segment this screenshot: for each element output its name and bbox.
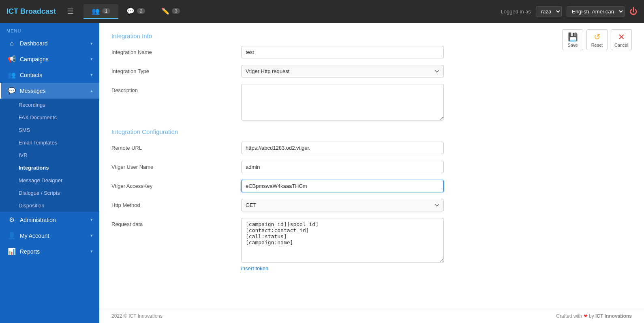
http-method-row: Http Method GET POST PUT DELETE [111, 199, 632, 211]
fax-label: FAX Documents [19, 114, 57, 121]
sidebar-item-fax-documents[interactable]: FAX Documents [0, 111, 99, 124]
remote-url-label: Remote URL [111, 142, 233, 151]
description-label: Description [111, 84, 233, 93]
footer: 2022 © ICT Innovations Crafted with ❤ by… [99, 309, 644, 323]
vtiger-accesskey-row: Vtiger AccessKey [111, 180, 632, 192]
reports-icon: 📊 [8, 248, 16, 255]
tab2-icon: 💬 [126, 7, 135, 15]
tab2-badge: 2 [137, 8, 145, 14]
menu-toggle-icon[interactable]: ☰ [67, 7, 74, 16]
vtiger-accesskey-label: Vtiger AccessKey [111, 180, 233, 189]
sidebar-item-dialogue-scripts[interactable]: Dialogue / Scripts [0, 187, 99, 199]
section-integration-info: Integration Info [111, 32, 632, 39]
campaigns-icon: 📢 [8, 55, 16, 63]
language-select[interactable]: English, American [567, 6, 625, 17]
contacts-icon: 👥 [8, 71, 16, 79]
section-integration-config: Integration Configuration [111, 128, 632, 135]
sidebar-item-my-account[interactable]: 👤 My Account ▾ [0, 228, 99, 243]
http-method-label: Http Method [111, 199, 233, 208]
dialogue-scripts-label: Dialogue / Scripts [19, 190, 60, 196]
remote-url-input[interactable] [241, 142, 444, 154]
disposition-label: Disposition [19, 202, 45, 209]
administration-icon: ⚙ [8, 216, 16, 224]
sidebar-item-campaigns[interactable]: 📢 Campaigns ▾ [0, 51, 99, 67]
integration-name-input[interactable] [241, 46, 444, 58]
chevron-down-icon: ▾ [90, 217, 93, 222]
vtiger-username-row: Vtiger User Name [111, 161, 632, 173]
sidebar: MENU ⌂ Dashboard ▾ 📢 Campaigns ▾ 👥 Conta… [0, 23, 99, 323]
save-label: Save [567, 43, 578, 47]
reset-label: Reset [591, 43, 603, 47]
remote-url-row: Remote URL [111, 142, 632, 154]
topbar-tabs: 👥 1 💬 2 ✏️ 3 [83, 4, 494, 19]
sidebar-label-my-account: My Account [20, 233, 49, 239]
sidebar-item-messages[interactable]: 💬 Messages ▴ [0, 83, 99, 99]
recordings-label: Recordings [19, 102, 45, 108]
sidebar-label-contacts: Contacts [20, 72, 42, 78]
sidebar-item-email-templates[interactable]: Email Templates [0, 136, 99, 149]
sidebar-item-contacts[interactable]: 👥 Contacts ▾ [0, 67, 99, 83]
sidebar-item-ivr[interactable]: IVR [0, 149, 99, 162]
sidebar-item-message-designer[interactable]: Message Designer [0, 174, 99, 187]
http-method-control: GET POST PUT DELETE [241, 199, 444, 211]
sidebar-item-recordings[interactable]: Recordings [0, 99, 99, 111]
save-button[interactable]: 💾 Save [562, 29, 583, 50]
topbar-tab-3[interactable]: ✏️ 3 [153, 4, 188, 19]
sidebar-label-campaigns: Campaigns [20, 56, 49, 62]
sidebar-menu-label: MENU [0, 23, 99, 36]
logout-button[interactable]: ⏻ [629, 7, 638, 16]
integration-type-label: Integration Type [111, 65, 233, 74]
sidebar-item-sms[interactable]: SMS [0, 124, 99, 136]
vtiger-accesskey-input[interactable] [241, 180, 444, 192]
description-row: Description [111, 84, 632, 122]
description-control [241, 84, 444, 122]
main-content: 💾 Save ↺ Reset ✕ Cancel Integration Info… [99, 23, 644, 323]
tab3-badge: 3 [172, 8, 180, 14]
integration-name-row: Integration Name [111, 46, 632, 58]
topbar: ICT Broadcast ☰ 👥 1 💬 2 ✏️ 3 Logged in a… [0, 0, 644, 23]
sidebar-item-reports[interactable]: 📊 Reports ▾ [0, 243, 99, 259]
chevron-up-icon: ▴ [90, 88, 93, 93]
cancel-label: Cancel [614, 43, 628, 47]
integration-name-label: Integration Name [111, 46, 233, 55]
topbar-tab-1[interactable]: 👥 1 [83, 4, 118, 19]
chevron-down-icon: ▾ [90, 41, 93, 46]
email-templates-label: Email Templates [19, 140, 57, 146]
reset-icon: ↺ [594, 32, 601, 42]
integration-type-control: Vtiger Http request REST API SOAP [241, 65, 444, 78]
vtiger-username-input[interactable] [241, 161, 444, 173]
user-select[interactable]: raza [536, 6, 562, 17]
sidebar-item-integrations[interactable]: Integrations [0, 162, 99, 174]
sidebar-item-dashboard[interactable]: ⌂ Dashboard ▾ [0, 36, 99, 51]
insert-token-link[interactable]: insert token [241, 265, 268, 271]
my-account-icon: 👤 [8, 232, 16, 239]
message-designer-label: Message Designer [19, 177, 62, 183]
integration-type-row: Integration Type Vtiger Http request RES… [111, 65, 632, 78]
action-buttons: 💾 Save ↺ Reset ✕ Cancel [562, 29, 632, 50]
sidebar-item-administration[interactable]: ⚙ Administration ▾ [0, 212, 99, 228]
request-data-textarea[interactable]: [campaign_id][spool_id] [contact:contact… [241, 218, 444, 263]
tab3-icon: ✏️ [161, 7, 169, 15]
vtiger-username-control [241, 161, 444, 173]
tab1-icon: 👥 [92, 7, 100, 15]
topbar-right: Logged in as raza English, American ⏻ [501, 6, 638, 17]
footer-crafted-by: Crafted with ❤ by ICT Innovations [556, 313, 632, 319]
sidebar-label-administration: Administration [20, 217, 56, 223]
ivr-label: IVR [19, 152, 28, 158]
topbar-tab-2[interactable]: 💬 2 [118, 4, 153, 19]
layout: MENU ⌂ Dashboard ▾ 📢 Campaigns ▾ 👥 Conta… [0, 23, 644, 323]
chevron-down-icon: ▾ [90, 72, 93, 78]
integration-type-select[interactable]: Vtiger Http request REST API SOAP [241, 65, 444, 78]
http-method-select[interactable]: GET POST PUT DELETE [241, 199, 444, 211]
tab1-badge: 1 [102, 8, 110, 14]
cancel-button[interactable]: ✕ Cancel [611, 29, 632, 50]
request-data-label: Request data [111, 218, 233, 227]
chevron-down-icon: ▾ [90, 56, 93, 62]
logged-in-label: Logged in as [501, 9, 531, 15]
heart-icon: ❤ [584, 313, 588, 319]
reset-button[interactable]: ↺ Reset [586, 29, 608, 50]
integration-name-control [241, 46, 444, 58]
description-textarea[interactable] [241, 84, 444, 121]
sidebar-item-disposition[interactable]: Disposition [0, 199, 99, 212]
vtiger-username-label: Vtiger User Name [111, 161, 233, 170]
